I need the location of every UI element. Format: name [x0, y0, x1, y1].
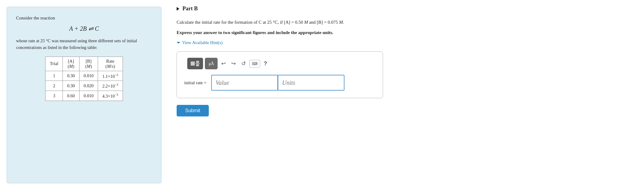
template-square-icon: [191, 61, 195, 66]
col-header-B: [B](M): [79, 57, 98, 71]
consider-label: Consider the reaction: [16, 16, 152, 21]
question-text: Calculate the initial rate for the forma…: [177, 19, 632, 26]
mu-button[interactable]: μÅ: [205, 58, 218, 69]
part-b-header: Part B: [177, 5, 632, 12]
hint-expand-icon: [177, 42, 180, 43]
mu-label: μÅ: [209, 61, 214, 66]
description-text: whose rate at 25 °C was measured using t…: [16, 38, 152, 51]
keyboard-icon: ⌨: [252, 61, 258, 66]
redo-icon: ↪: [231, 60, 236, 67]
input-row: initial rate =: [184, 75, 375, 91]
data-table: Trial [A](M) [B](M) Rate(M/s) 1 0.30 0.0…: [45, 57, 123, 101]
redo-button[interactable]: ↪: [229, 59, 238, 68]
toolbar: μÅ ↩ ↪ ↺ ⌨ ?: [184, 58, 375, 69]
col-header-rate: Rate(M/s): [98, 57, 123, 71]
keyboard-button[interactable]: ⌨: [249, 60, 260, 67]
left-panel: Consider the reaction A + 2B ⇌ C whose r…: [7, 7, 161, 183]
table-row: 3 0.60 0.010 4.3×10−3: [46, 91, 123, 101]
view-hints-link[interactable]: View Available Hint(s): [177, 40, 632, 45]
col-header-A: [A](M): [63, 57, 79, 71]
table-row: 2 0.30 0.020 2.2×10−3: [46, 81, 123, 91]
part-label: Part B: [182, 5, 198, 12]
hints-label: View Available Hint(s): [182, 40, 222, 45]
express-text: Express your answer to two significant f…: [177, 30, 632, 35]
help-icon: ?: [264, 60, 267, 67]
help-button[interactable]: ?: [262, 59, 269, 68]
submit-button[interactable]: Submit: [177, 105, 209, 116]
units-input[interactable]: [278, 75, 344, 91]
collapse-icon[interactable]: [177, 7, 179, 11]
undo-button[interactable]: ↩: [219, 59, 228, 68]
table-row: 1 0.30 0.010 1.1×10−3: [46, 71, 123, 81]
undo-icon: ↩: [221, 60, 226, 67]
reaction-equation: A + 2B ⇌ C: [16, 25, 152, 32]
reset-icon: ↺: [241, 60, 246, 67]
col-header-trial: Trial: [46, 57, 63, 71]
reset-button[interactable]: ↺: [239, 59, 248, 68]
input-label: initial rate =: [184, 80, 206, 85]
template-button[interactable]: [187, 58, 203, 69]
right-panel: Part B Calculate the initial rate for th…: [161, 0, 644, 190]
template-icon: [191, 61, 200, 66]
answer-box: μÅ ↩ ↪ ↺ ⌨ ? initial rate =: [177, 51, 383, 98]
value-input[interactable]: [211, 75, 278, 91]
template-fraction-icon: [195, 61, 200, 66]
